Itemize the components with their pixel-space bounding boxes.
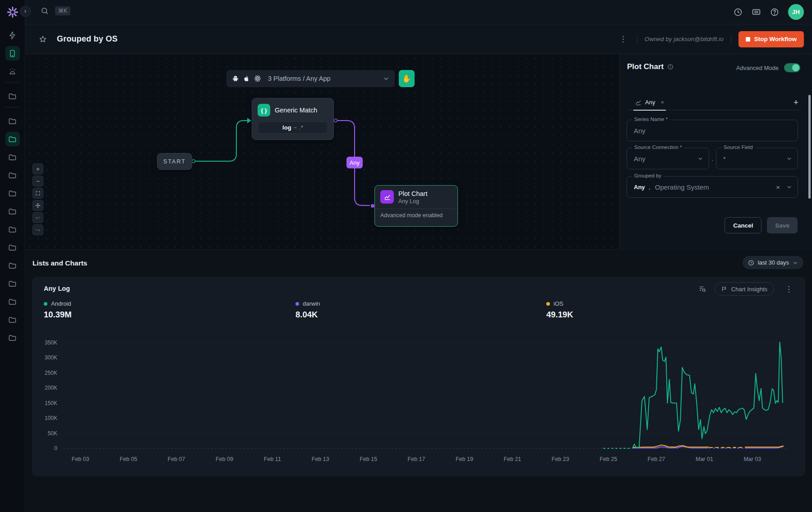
chevron-down-icon [697, 156, 703, 162]
legend-name: darwin [303, 300, 320, 307]
legend-item-darwin[interactable]: darwin8.04K [295, 300, 320, 320]
search-logs-icon[interactable] [698, 285, 706, 293]
svg-text:Mar 01: Mar 01 [696, 456, 713, 462]
svg-text:200K: 200K [45, 385, 57, 391]
sidebar-item-10-folder-icon[interactable] [5, 186, 20, 200]
braces-icon: { } [258, 104, 270, 116]
zoom-out-button[interactable]: − [32, 176, 43, 186]
tab-close-icon[interactable]: × [660, 99, 664, 106]
stop-workflow-button[interactable]: Stop Workflow [738, 31, 804, 47]
workflow-canvas[interactable]: 3 Platforms / Any App ✋ START { } Generi… [25, 54, 619, 249]
svg-text:Feb 19: Feb 19 [456, 456, 473, 462]
left-sidebar [0, 0, 25, 512]
sidebar-item-2-siren-icon[interactable] [5, 64, 20, 79]
advanced-mode-label: Advanced Mode [736, 65, 779, 71]
legend-dot [295, 302, 299, 306]
source-connection-select[interactable]: Source Connection * Any [627, 148, 709, 169]
fit-view-button[interactable] [32, 188, 43, 199]
svg-text:Feb 23: Feb 23 [552, 456, 569, 462]
generic-match-node[interactable]: { } Generic Match log ~ .* [252, 98, 334, 140]
apple-icon [243, 75, 250, 82]
any-log-chart-card: Any Log Chart Insights ⋮ Android10.39Mda… [32, 277, 805, 476]
svg-text:Feb 05: Feb 05 [120, 456, 137, 462]
chart-plot-area: 050K100K150K200K250K300K350KFeb 03Feb 05… [39, 335, 798, 471]
pan-mode-button[interactable] [32, 200, 43, 211]
svg-text:150K: 150K [45, 400, 57, 406]
field-separator: . [711, 154, 713, 162]
zoom-in-button[interactable]: + [32, 163, 43, 174]
bitdrift-logo-icon[interactable] [5, 5, 20, 20]
sidebar-item-7-folder-icon[interactable] [5, 132, 20, 146]
sidebar-item-15-folder-icon[interactable] [5, 276, 20, 291]
tab-label: Any [645, 99, 655, 106]
sidebar-item-0-lightning-icon[interactable] [5, 28, 20, 42]
svg-text:Feb 15: Feb 15 [360, 456, 377, 462]
history-icon[interactable] [734, 8, 743, 17]
chevron-down-icon [383, 75, 389, 82]
svg-text:0: 0 [54, 445, 57, 451]
platform-selector[interactable]: 3 Platforms / Any App [226, 70, 395, 87]
help-icon[interactable] [770, 8, 779, 17]
svg-text:300K: 300K [45, 354, 57, 361]
canvas-zoom-toolbar: + − ↩ ↪ [32, 163, 43, 235]
svg-text:250K: 250K [45, 370, 57, 376]
panel-scrollbar[interactable] [808, 95, 811, 199]
line-chart-icon [380, 190, 394, 204]
svg-text:Feb 21: Feb 21 [503, 456, 521, 462]
workflow-header: Grouped by OS ⋮ Owned by jackson@bitdrif… [25, 24, 812, 54]
legend-name: iOS [554, 300, 563, 307]
pan-tool-button[interactable]: ✋ [399, 70, 415, 87]
sidebar-item-6-folder-icon[interactable] [5, 114, 20, 128]
chart-insights-button[interactable]: Chart Insights [715, 282, 774, 296]
sidebar-item-9-folder-icon[interactable] [5, 168, 20, 182]
undo-button[interactable]: ↩ [32, 212, 43, 223]
add-series-tab-button[interactable]: + [792, 98, 800, 107]
info-icon[interactable] [667, 64, 674, 70]
grouped-by-field[interactable]: Grouped by Any . Operating System × [627, 176, 798, 198]
sidebar-item-18-folder-icon[interactable] [5, 330, 20, 345]
search-icon[interactable] [41, 7, 49, 15]
sidebar-item-13-folder-icon[interactable] [5, 240, 20, 255]
redo-button[interactable]: ↪ [32, 224, 43, 235]
sidebar-item-16-folder-icon[interactable] [5, 294, 20, 309]
sidebar-item-1-smartphone-icon[interactable] [5, 46, 20, 61]
plot-chart-node[interactable]: Plot Chart Any Log Advanced mode enabled [374, 185, 458, 227]
save-button[interactable]: Save [767, 217, 798, 233]
lists-and-charts-section: Lists and Charts last 30 days Any Log Ch… [25, 249, 812, 512]
divider [637, 34, 637, 44]
collapse-sidebar-button[interactable]: › [20, 6, 31, 17]
match-rule-pill: log ~ .* [258, 121, 328, 134]
svg-text:100K: 100K [45, 415, 57, 421]
clear-icon[interactable]: × [776, 183, 780, 191]
edge-label-badge[interactable]: Any [346, 157, 363, 168]
sidebar-item-12-folder-icon[interactable] [5, 222, 20, 237]
insights-icon [721, 286, 728, 292]
tab-any[interactable]: Any × [627, 95, 670, 110]
cancel-button[interactable]: Cancel [724, 217, 761, 233]
sidebar-item-4-folder-icon[interactable] [5, 89, 20, 103]
user-avatar[interactable]: JH [788, 4, 804, 20]
svg-text:Feb 13: Feb 13 [312, 456, 329, 462]
source-field-select[interactable]: Source Field * [716, 148, 798, 169]
favorite-star-icon[interactable] [39, 35, 47, 43]
series-name-field[interactable]: Series Name * Any [627, 120, 798, 141]
legend-dot [546, 302, 550, 306]
svg-text:Feb 27: Feb 27 [648, 456, 665, 462]
keyboard-icon[interactable] [752, 7, 761, 17]
legend-item-iOS[interactable]: iOS49.19K [546, 300, 573, 320]
panel-title: Plot Chart [627, 62, 664, 71]
owner-label: Owned by jackson@bitdrift.io [645, 36, 724, 42]
sidebar-item-14-folder-icon[interactable] [5, 258, 20, 273]
sidebar-item-17-folder-icon[interactable] [5, 312, 20, 327]
chevron-down-icon[interactable] [786, 184, 792, 190]
header-kebab-menu[interactable]: ⋮ [617, 34, 630, 44]
sidebar-item-8-folder-icon[interactable] [5, 150, 20, 164]
legend-item-Android[interactable]: Android10.39M [44, 300, 72, 320]
start-node[interactable]: START [157, 153, 192, 170]
sidebar-divider [5, 82, 19, 83]
svg-text:Feb 11: Feb 11 [264, 456, 281, 462]
sidebar-item-11-folder-icon[interactable] [5, 204, 20, 219]
advanced-mode-toggle[interactable] [784, 63, 800, 72]
chart-kebab-menu[interactable]: ⋮ [782, 284, 795, 294]
time-range-selector[interactable]: last 30 days [743, 256, 803, 269]
